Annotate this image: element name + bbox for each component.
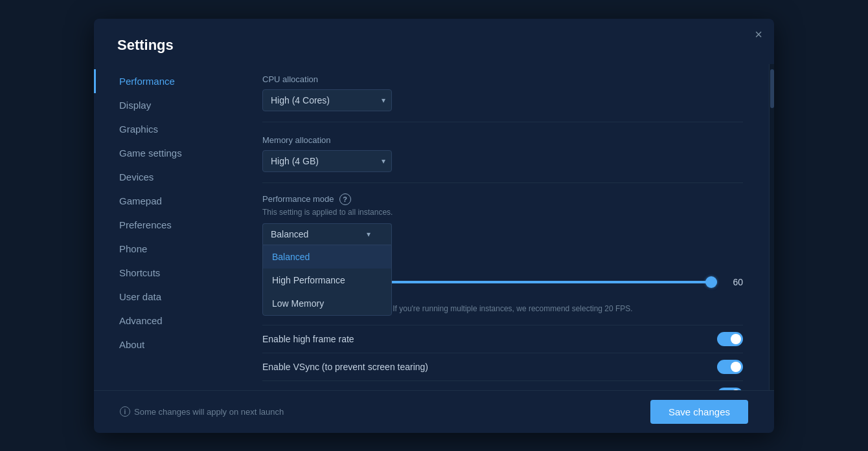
save-changes-button[interactable]: Save changes [650, 400, 748, 424]
cpu-allocation-dropdown[interactable]: High (4 Cores) [262, 89, 392, 111]
sidebar-item-about[interactable]: About [94, 333, 236, 357]
perf-option-high-performance[interactable]: High Performance [263, 269, 391, 292]
modal-body: Performance Display Graphics Game settin… [94, 64, 774, 390]
memory-allocation-label: Memory allocation [262, 135, 743, 145]
sidebar-item-graphics[interactable]: Graphics [94, 117, 236, 141]
memory-allocation-dropdown[interactable]: High (4 GB) [262, 150, 392, 172]
modal-footer: i Some changes will apply on next launch… [94, 390, 774, 433]
settings-modal: × Settings Performance Display Graphics … [94, 19, 774, 433]
modal-title: Settings [94, 19, 774, 64]
performance-mode-dropdown[interactable]: Balanced ▾ [262, 223, 392, 245]
sidebar: Performance Display Graphics Game settin… [94, 64, 236, 390]
sidebar-item-user-data[interactable]: User data [94, 285, 236, 309]
toggle-row-display-fps: Display FPS during gameplay [262, 380, 743, 390]
divider-1 [262, 122, 743, 122]
fps-value: 60 [725, 277, 743, 287]
high-frame-rate-toggle[interactable] [717, 332, 743, 346]
sidebar-item-performance[interactable]: Performance [94, 69, 236, 93]
display-fps-toggle[interactable] [717, 388, 743, 390]
perf-dropdown-arrow-icon: ▾ [367, 230, 371, 239]
close-button[interactable]: × [755, 28, 762, 41]
scrollbar[interactable] [769, 64, 774, 390]
perf-option-balanced[interactable]: Balanced [263, 245, 391, 269]
sidebar-item-gamepad[interactable]: Gamepad [94, 189, 236, 213]
sidebar-item-preferences[interactable]: Preferences [94, 213, 236, 237]
sidebar-item-devices[interactable]: Devices [94, 165, 236, 189]
performance-mode-sub: This setting is applied to all instances… [262, 208, 743, 217]
footer-note-text: Some changes will apply on next launch [134, 407, 284, 417]
divider-2 [262, 182, 743, 183]
footer-info-icon: i [120, 406, 130, 417]
main-content: CPU allocation High (4 Cores) ▾ Memory a… [236, 64, 769, 390]
vsync-toggle[interactable] [717, 360, 743, 374]
footer-note: i Some changes will apply on next launch [120, 406, 284, 417]
performance-mode-dropdown-wrap: Balanced ▾ Balanced High Performance Low… [262, 223, 392, 245]
scroll-thumb [770, 69, 774, 108]
sidebar-item-display[interactable]: Display [94, 93, 236, 117]
sidebar-item-phone[interactable]: Phone [94, 237, 236, 261]
cpu-allocation-label: CPU allocation [262, 74, 743, 84]
toggle-row-high-frame-rate: Enable high frame rate [262, 325, 743, 353]
cpu-allocation-dropdown-wrap: High (4 Cores) ▾ [262, 89, 392, 111]
sidebar-item-shortcuts[interactable]: Shortcuts [94, 261, 236, 285]
high-frame-rate-label: Enable high frame rate [262, 334, 354, 344]
help-icon[interactable]: ? [339, 193, 351, 205]
memory-allocation-dropdown-wrap: High (4 GB) ▾ [262, 150, 392, 172]
performance-mode-label: Performance mode [262, 194, 334, 204]
toggle-row-vsync: Enable VSync (to prevent screen tearing) [262, 353, 743, 380]
performance-mode-header: Performance mode ? [262, 193, 743, 205]
performance-mode-selected-value: Balanced [271, 229, 308, 239]
vsync-label: Enable VSync (to prevent screen tearing) [262, 362, 428, 372]
display-fps-label: Display FPS during gameplay [262, 390, 382, 390]
perf-option-low-memory[interactable]: Low Memory [263, 292, 391, 315]
performance-mode-dropdown-list: Balanced High Performance Low Memory [262, 245, 392, 316]
sidebar-item-game-settings[interactable]: Game settings [94, 141, 236, 165]
sidebar-item-advanced[interactable]: Advanced [94, 309, 236, 333]
